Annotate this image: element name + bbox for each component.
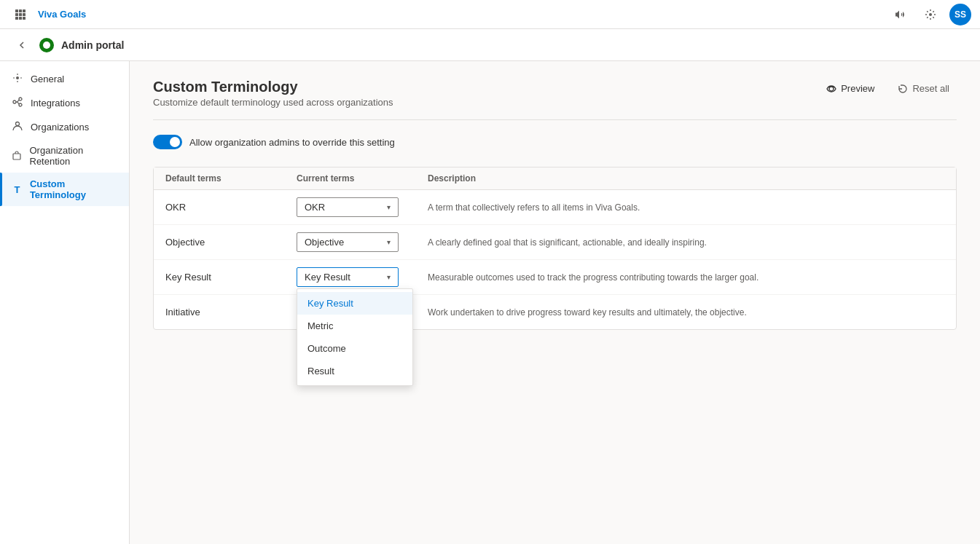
table-row: Key Result Key Result ▾ Key Result Metri…	[154, 260, 956, 295]
dropdown-item-outcome[interactable]: Outcome	[297, 337, 412, 360]
sidebar-item-custom-terminology[interactable]: T Custom Terminology	[0, 173, 129, 206]
terminology-table: Default terms Current terms Description …	[153, 167, 957, 330]
reset-all-button[interactable]: Reset all	[890, 79, 957, 98]
objective-select-value: Objective	[305, 237, 344, 248]
settings-icon[interactable]	[919, 3, 942, 26]
back-button[interactable]	[12, 35, 32, 55]
svg-rect-7	[19, 17, 22, 20]
objective-chevron-down-icon: ▾	[387, 238, 391, 246]
default-term-key-result: Key Result	[165, 272, 297, 283]
reset-label: Reset all	[912, 83, 949, 94]
objective-select-wrapper: Objective ▾	[297, 232, 399, 252]
toggle-thumb	[170, 137, 180, 147]
svg-point-14	[16, 122, 20, 126]
sidebar-item-integrations[interactable]: Integrations	[0, 91, 129, 115]
dropdown-item-key-result[interactable]: Key Result	[297, 292, 412, 315]
svg-point-12	[19, 98, 22, 100]
sidebar-label-general: General	[31, 74, 64, 84]
app-name[interactable]: Viva Goals	[38, 9, 86, 20]
header-divider	[153, 119, 957, 120]
desc-initiative: Work undertaken to drive progress toward…	[428, 307, 944, 318]
key-result-select-wrapper: Key Result ▾ Key Result Metric Outcome R…	[297, 267, 399, 287]
page-actions: Preview Reset all	[819, 79, 957, 98]
dropdown-item-metric[interactable]: Metric	[297, 315, 412, 337]
topbar: Viva Goals SS	[0, 0, 980, 29]
toggle-label: Allow organization admins to override th…	[189, 137, 395, 148]
okr-select-wrapper: OKR ▾	[297, 197, 399, 217]
svg-rect-15	[13, 154, 20, 159]
svg-rect-8	[23, 17, 26, 20]
key-result-select-value: Key Result	[305, 272, 350, 283]
okr-select[interactable]: OKR ▾	[297, 197, 399, 217]
desc-key-result: Measurable outcomes used to track the pr…	[428, 272, 944, 283]
objective-select[interactable]: Objective ▾	[297, 232, 399, 252]
svg-rect-6	[15, 17, 18, 20]
svg-rect-0	[15, 9, 18, 12]
preview-label: Preview	[841, 83, 874, 94]
col-current-terms: Current terms	[297, 173, 428, 184]
default-term-okr: OKR	[165, 202, 297, 213]
svg-point-11	[13, 100, 16, 103]
okr-chevron-down-icon: ▾	[387, 203, 391, 211]
topbar-right: SS	[888, 3, 971, 26]
table-row: Initiative Initiative ▾ Work undertaken …	[154, 295, 956, 329]
user-avatar[interactable]: SS	[949, 4, 971, 25]
svg-rect-1	[19, 9, 22, 12]
col-description: Description	[428, 173, 944, 184]
app-logo	[39, 38, 54, 52]
svg-point-10	[16, 76, 19, 79]
okr-select-value: OKR	[305, 202, 325, 213]
speaker-icon[interactable]	[888, 3, 912, 26]
sidebar-item-general[interactable]: General	[0, 67, 129, 91]
svg-rect-3	[15, 13, 18, 16]
default-term-objective: Objective	[165, 237, 297, 248]
sidebar-label-custom-terminology: Custom Terminology	[30, 178, 117, 200]
table-header: Default terms Current terms Description	[154, 167, 956, 190]
page-header: Custom Terminology Customize default ter…	[153, 79, 957, 108]
override-toggle[interactable]	[153, 135, 182, 149]
default-term-initiative: Initiative	[165, 307, 297, 318]
adminbar-title: Admin portal	[61, 39, 124, 51]
desc-okr: A term that collectively refers to all i…	[428, 202, 944, 213]
svg-rect-4	[19, 13, 22, 16]
key-result-select[interactable]: Key Result ▾	[297, 267, 399, 287]
sidebar-item-organizations[interactable]: Organizations	[0, 115, 129, 139]
topbar-left: Viva Goals	[9, 3, 86, 26]
page-subtitle: Customize default terminology used acros…	[153, 97, 393, 108]
svg-rect-5	[23, 13, 26, 16]
svg-rect-2	[23, 9, 26, 12]
svg-point-16	[829, 87, 834, 91]
key-result-chevron-down-icon: ▾	[387, 273, 391, 281]
sidebar-label-org-retention: Organization Retention	[30, 145, 118, 167]
page-title: Custom Terminology	[153, 79, 393, 95]
layout: General Integrations Organizations	[0, 61, 980, 544]
desc-objective: A clearly defined goal that is significa…	[428, 237, 944, 248]
table-row: OKR OKR ▾ A term that collectively refer…	[154, 190, 956, 225]
grid-icon[interactable]	[9, 3, 32, 26]
page-title-block: Custom Terminology Customize default ter…	[153, 79, 393, 108]
col-default-terms: Default terms	[165, 173, 297, 184]
general-icon	[12, 73, 23, 85]
svg-point-13	[19, 103, 22, 106]
preview-button[interactable]: Preview	[819, 79, 882, 98]
sidebar-label-integrations: Integrations	[31, 98, 80, 109]
main-content: Custom Terminology Customize default ter…	[130, 61, 980, 544]
current-term-okr: OKR ▾	[297, 197, 428, 217]
toggle-row: Allow organization admins to override th…	[153, 135, 957, 149]
adminbar: Admin portal	[0, 29, 980, 61]
sidebar-label-organizations: Organizations	[31, 122, 89, 133]
sidebar: General Integrations Organizations	[0, 61, 130, 544]
dropdown-item-result[interactable]: Result	[297, 360, 412, 382]
svg-point-9	[929, 13, 932, 16]
current-term-objective: Objective ▾	[297, 232, 428, 252]
organizations-icon	[12, 121, 23, 133]
integrations-icon	[12, 97, 23, 109]
key-result-dropdown: Key Result Metric Outcome Result	[297, 288, 413, 386]
custom-terminology-icon: T	[12, 184, 23, 195]
org-retention-icon	[12, 150, 23, 162]
sidebar-item-org-retention[interactable]: Organization Retention	[0, 139, 129, 173]
table-row: Objective Objective ▾ A clearly defined …	[154, 225, 956, 260]
current-term-key-result: Key Result ▾ Key Result Metric Outcome R…	[297, 267, 428, 287]
